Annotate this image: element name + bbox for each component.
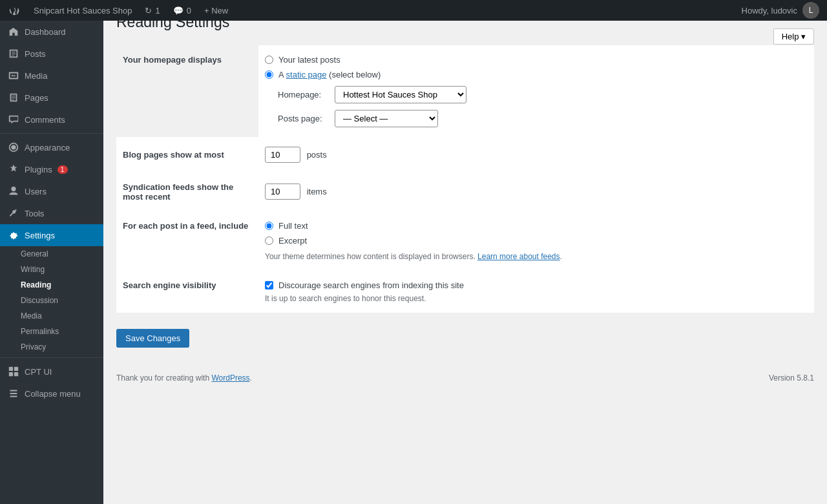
sidebar-item-dashboard-label: Dashboard	[25, 27, 66, 37]
syndication-feeds-row: Syndication feeds show the most recent i…	[116, 173, 814, 211]
svg-rect-2	[9, 372, 13, 376]
sidebar-item-posts[interactable]: Posts	[0, 43, 103, 65]
search-engine-checkbox-row: Discourage search engines from indexing …	[265, 280, 808, 290]
sidebar: Dashboard Posts Media Pages Comments App…	[0, 21, 103, 483]
submenu-general[interactable]: General	[0, 246, 103, 262]
homepage-displays-row: Your homepage displays Your latest posts…	[116, 45, 814, 137]
feed-include-row: For each post in a feed, include Full te…	[116, 211, 814, 271]
excerpt-label: Excerpt	[278, 236, 307, 246]
syndication-feeds-input[interactable]	[265, 184, 300, 200]
homepage-displays-label: Your homepage displays	[116, 45, 258, 137]
sidebar-item-settings[interactable]: Settings	[0, 224, 103, 246]
sidebar-item-comments-label: Comments	[25, 115, 65, 125]
adminbar-howdy: Howdy, ludovic L	[742, 2, 819, 19]
adminbar-comments[interactable]: 💬 0	[167, 0, 198, 21]
sidebar-item-plugins-label: Plugins	[25, 165, 52, 174]
submenu-permalinks[interactable]: Permalinks	[0, 324, 103, 339]
static-page-link[interactable]: static page	[286, 70, 327, 79]
version-text: Version 5.8.1	[769, 373, 814, 383]
homepage-select[interactable]: Hottest Hot Sauces Shop Sample Page Shop	[335, 86, 466, 103]
sidebar-item-comments[interactable]: Comments	[0, 109, 103, 131]
sidebar-item-posts-label: Posts	[25, 49, 46, 59]
svg-rect-1	[14, 367, 18, 371]
sidebar-item-pages[interactable]: Pages	[0, 87, 103, 109]
static-page-radio[interactable]	[265, 70, 273, 79]
sidebar-item-pages-label: Pages	[25, 93, 48, 103]
full-text-label: Full text	[278, 221, 308, 231]
sidebar-item-cpt-ui[interactable]: CPT UI	[0, 361, 103, 383]
updates-icon: ↻	[145, 6, 152, 16]
posts-page-label: Posts page:	[278, 114, 330, 123]
full-text-radio[interactable]	[265, 222, 273, 230]
plugins-badge: 1	[58, 165, 68, 174]
sidebar-item-tools[interactable]: Tools	[0, 202, 103, 224]
adminbar-items: Snipcart Hot Sauces Shop ↻ 1 💬 0 + New	[27, 0, 742, 21]
admin-bar: Snipcart Hot Sauces Shop ↻ 1 💬 0 + New H…	[0, 0, 827, 21]
sidebar-item-users-label: Users	[25, 187, 47, 196]
blog-pages-row: Blog pages show at most posts	[116, 137, 814, 173]
posts-page-select[interactable]: — Select — Blog News	[335, 110, 438, 127]
feed-include-note: Your theme determines how content is dis…	[265, 252, 808, 261]
latest-posts-label: Your latest posts	[278, 55, 340, 65]
submenu-writing[interactable]: Writing	[0, 262, 103, 277]
comments-icon: 💬	[173, 6, 183, 16]
adminbar-updates[interactable]: ↻ 1	[138, 0, 166, 21]
sidebar-item-media[interactable]: Media	[0, 65, 103, 87]
static-page-option: A static page (select below)	[265, 70, 808, 79]
search-engine-row: Search engine visibility Discourage sear…	[116, 271, 814, 313]
homepage-select-row: Homepage: Hottest Hot Sauces Shop Sample…	[278, 86, 808, 103]
latest-posts-radio[interactable]	[265, 56, 273, 64]
sidebar-item-media-label: Media	[25, 71, 47, 81]
blog-pages-input[interactable]	[265, 147, 300, 163]
blog-pages-label: Blog pages show at most	[116, 137, 258, 173]
avatar: L	[802, 2, 819, 19]
collapse-menu-label: Collapse menu	[25, 389, 81, 399]
wordpress-link[interactable]: WordPress	[211, 373, 249, 383]
sidebar-item-tools-label: Tools	[25, 209, 44, 218]
sidebar-item-users[interactable]: Users	[0, 180, 103, 202]
help-button[interactable]: Help ▾	[773, 28, 814, 45]
search-engine-note: It is up to search engines to honor this…	[265, 294, 808, 303]
syndication-feeds-label: Syndication feeds show the most recent	[116, 173, 258, 211]
search-engine-label: Search engine visibility	[116, 271, 258, 313]
submenu-reading[interactable]: Reading	[0, 277, 103, 293]
feed-include-label: For each post in a feed, include	[116, 211, 258, 271]
wp-logo[interactable]	[8, 4, 21, 17]
search-engine-checkbox-label: Discourage search engines from indexing …	[278, 280, 464, 290]
adminbar-site-name[interactable]: Snipcart Hot Sauces Shop	[27, 0, 138, 21]
save-changes-button[interactable]: Save Changes	[116, 329, 189, 348]
settings-form: Your homepage displays Your latest posts…	[116, 45, 814, 348]
full-text-option: Full text	[265, 221, 808, 231]
sidebar-item-appearance-label: Appearance	[25, 143, 70, 152]
submenu-media[interactable]: Media	[0, 308, 103, 324]
search-engine-checkbox[interactable]	[265, 281, 273, 289]
excerpt-radio[interactable]	[265, 236, 273, 245]
submenu-discussion[interactable]: Discussion	[0, 293, 103, 308]
collapse-menu-button[interactable]: Collapse menu	[0, 383, 103, 404]
sidebar-item-plugins[interactable]: Plugins 1	[0, 158, 103, 180]
sidebar-item-settings-label: Settings	[25, 231, 55, 240]
posts-page-select-row: Posts page: — Select — Blog News	[278, 110, 808, 127]
sidebar-item-appearance[interactable]: Appearance	[0, 136, 103, 158]
svg-rect-0	[9, 367, 13, 371]
excerpt-option: Excerpt	[265, 236, 808, 246]
submenu-privacy[interactable]: Privacy	[0, 339, 103, 355]
syndication-feeds-suffix: items	[307, 187, 327, 196]
svg-rect-3	[14, 372, 18, 376]
static-page-label: A static page (select below)	[278, 70, 381, 79]
latest-posts-option: Your latest posts	[265, 55, 808, 65]
footer: Thank you for creating with WordPress. V…	[116, 367, 814, 383]
blog-pages-suffix: posts	[307, 150, 327, 160]
sidebar-item-dashboard[interactable]: Dashboard	[0, 21, 103, 43]
main-content: Reading Settings Your homepage displays …	[103, 0, 827, 483]
sidebar-item-cpt-ui-label: CPT UI	[25, 367, 52, 377]
homepage-label: Homepage:	[278, 90, 330, 100]
learn-more-link[interactable]: Learn more about feeds	[477, 252, 560, 261]
adminbar-new[interactable]: + New	[198, 0, 235, 21]
